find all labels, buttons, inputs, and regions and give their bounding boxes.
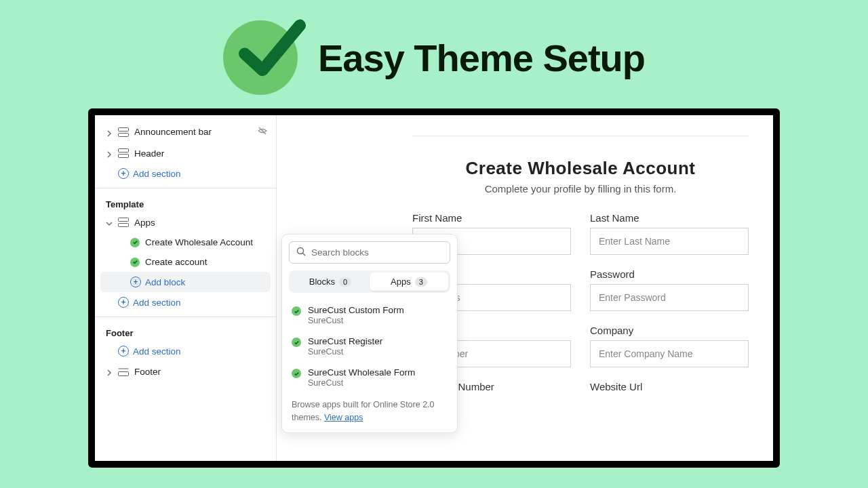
tab-blocks[interactable]: Blocks 0 <box>291 272 370 291</box>
last-name-input[interactable]: Enter Last Name <box>590 228 749 255</box>
check-icon <box>130 258 140 267</box>
password-input[interactable]: Enter Password <box>590 284 749 311</box>
app-option[interactable]: SureCust Register SureCust <box>289 331 450 362</box>
form-subtitle: Complete your profile by filling in this… <box>412 183 749 195</box>
first-name-label: First Name <box>412 212 571 224</box>
app-vendor: SureCust <box>308 347 382 357</box>
plus-icon: + <box>118 297 129 308</box>
sidebar-item-apps[interactable]: Apps <box>95 212 276 232</box>
add-section-button[interactable]: + Add section <box>95 292 276 312</box>
sidebar-app-block[interactable]: Create account <box>95 252 276 272</box>
app-name: SureCust Custom Form <box>308 305 404 315</box>
add-section-label: Add section <box>133 169 181 179</box>
sidebar-item-label: Create account <box>145 257 208 267</box>
sidebar-item-header[interactable]: Header <box>95 143 276 163</box>
sidebar-item-label: Create Wholesale Account <box>145 237 253 247</box>
sidebar-item-footer[interactable]: Footer <box>95 361 276 382</box>
sidebar-item-label: Header <box>134 148 164 159</box>
company-input[interactable]: Enter Company Name <box>590 340 749 367</box>
chevron-right-icon <box>106 150 113 157</box>
svg-rect-5 <box>119 224 129 227</box>
sidebar-app-block[interactable]: Create Wholesale Account <box>95 232 276 252</box>
divider <box>95 317 276 317</box>
blocks-count-badge: 0 <box>339 277 351 287</box>
section-icon <box>118 148 129 159</box>
add-block-label: Add block <box>145 277 185 287</box>
sidebar-item-label: Apps <box>134 218 155 228</box>
apps-count-badge: 3 <box>415 277 427 287</box>
check-icon <box>292 338 301 347</box>
tab-label: Apps <box>391 277 411 287</box>
add-section-label: Add section <box>133 346 181 357</box>
chevron-right-icon <box>106 368 113 375</box>
add-section-label: Add section <box>133 298 181 308</box>
view-apps-link[interactable]: View apps <box>324 413 363 422</box>
theme-sidebar: Announcement bar Header + Add section Te… <box>95 115 277 461</box>
app-window: Announcement bar Header + Add section Te… <box>88 108 780 468</box>
chevron-down-icon <box>106 219 113 226</box>
block-picker-popover: Search blocks Blocks 0 Apps 3 SureCust C… <box>281 234 458 433</box>
search-blocks-input[interactable]: Search blocks <box>289 241 450 264</box>
plus-icon: + <box>118 168 129 179</box>
add-section-button[interactable]: + Add section <box>95 163 276 184</box>
app-option[interactable]: SureCust Wholesale Form SureCust <box>289 362 450 393</box>
apps-icon <box>118 217 129 228</box>
hidden-icon[interactable] <box>257 125 268 138</box>
plus-icon: + <box>130 277 141 287</box>
company-label: Company <box>590 325 749 336</box>
browse-apps-text: Browse apps built for Online Store 2.0 t… <box>289 393 450 426</box>
section-icon <box>118 127 129 138</box>
segmented-control: Blocks 0 Apps 3 <box>289 270 450 293</box>
svg-rect-6 <box>119 372 129 376</box>
tab-label: Blocks <box>309 277 335 287</box>
check-icon <box>292 369 301 378</box>
svg-rect-3 <box>119 155 129 158</box>
sidebar-item-label: Announcement bar <box>134 127 212 137</box>
check-icon <box>292 306 301 316</box>
footer-icon <box>118 366 129 377</box>
app-name: SureCust Wholesale Form <box>308 367 415 378</box>
check-icon <box>130 238 140 247</box>
svg-rect-1 <box>119 133 129 136</box>
hero-check-icon <box>223 20 298 95</box>
app-name: SureCust Register <box>308 336 382 346</box>
app-vendor: SureCust <box>308 316 404 325</box>
footer-heading: Footer <box>95 321 276 341</box>
divider <box>95 188 276 188</box>
sidebar-item-label: Footer <box>134 367 161 377</box>
svg-rect-4 <box>119 218 129 222</box>
app-list: SureCust Custom Form SureCust SureCust R… <box>289 300 450 393</box>
hero-title: Easy Theme Setup <box>318 36 645 80</box>
app-vendor: SureCust <box>308 378 415 388</box>
search-placeholder: Search blocks <box>311 247 369 258</box>
app-option[interactable]: SureCust Custom Form SureCust <box>289 300 450 331</box>
add-block-button[interactable]: + Add block <box>100 272 271 292</box>
form-title: Create Wholesale Account <box>412 158 749 179</box>
svg-rect-0 <box>119 127 129 131</box>
sidebar-item-announcement[interactable]: Announcement bar <box>95 121 276 143</box>
template-heading: Template <box>95 192 276 212</box>
password-label: Password <box>590 268 749 280</box>
tab-apps[interactable]: Apps 3 <box>370 272 448 291</box>
chevron-right-icon <box>106 129 113 136</box>
hero: Easy Theme Setup <box>0 0 868 108</box>
svg-rect-2 <box>119 149 129 152</box>
plus-icon: + <box>118 346 129 357</box>
svg-line-9 <box>303 253 306 256</box>
svg-point-8 <box>298 248 304 254</box>
add-section-button[interactable]: + Add section <box>95 341 276 361</box>
website-label: Website Url <box>590 381 749 392</box>
search-icon <box>296 247 306 258</box>
last-name-label: Last Name <box>590 212 749 224</box>
